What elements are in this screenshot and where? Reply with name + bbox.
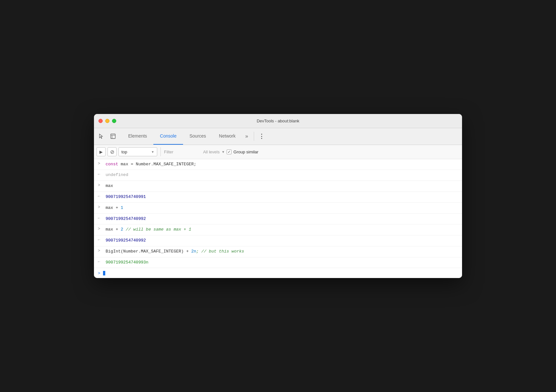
- row-content-9: 9007199254740993n: [106, 259, 458, 266]
- console-output: >const max = Number.MAX_SAFE_INTEGER;←un…: [94, 159, 462, 268]
- console-row-5: ←9007199254740992: [94, 214, 462, 225]
- window-title: DevTools - about:blank: [257, 119, 299, 123]
- input-arrow[interactable]: >: [98, 205, 104, 210]
- console-row-8: >BigInt(Number.MAX_SAFE_INTEGER) + 2n; /…: [94, 246, 462, 257]
- tab-network[interactable]: Network: [212, 128, 242, 145]
- row-content-2: max: [106, 183, 458, 190]
- console-row-7: ←9007199254740992: [94, 235, 462, 246]
- run-script-button[interactable]: ▶: [97, 147, 106, 156]
- row-content-6: max + 2 // will be same as max + 1: [106, 226, 458, 233]
- tab-bar-icons: [97, 131, 118, 141]
- group-similar-checkbox[interactable]: ✓: [227, 150, 232, 154]
- output-arrow[interactable]: ←: [98, 216, 104, 221]
- tab-bar: Elements Console Sources Network » ⋮: [94, 128, 462, 145]
- row-content-1: undefined: [106, 172, 458, 179]
- inspect-icon: [110, 133, 116, 139]
- tab-more-button[interactable]: »: [242, 128, 251, 145]
- row-content-5: 9007199254740992: [106, 216, 458, 222]
- output-arrow[interactable]: ←: [98, 194, 104, 199]
- cursor-icon: [98, 133, 104, 139]
- console-prompt-row[interactable]: >: [94, 268, 462, 278]
- levels-label: All levels: [203, 150, 220, 154]
- row-content-4: max + 1: [106, 205, 458, 211]
- console-row-3: ←9007199254740991: [94, 192, 462, 203]
- row-content-8: BigInt(Number.MAX_SAFE_INTEGER) + 2n; //…: [106, 248, 458, 255]
- levels-dropdown-arrow: ▼: [221, 150, 225, 154]
- input-arrow[interactable]: >: [98, 183, 104, 188]
- input-arrow[interactable]: >: [98, 161, 104, 166]
- console-toolbar: ▶ ⊘ top ▼ Filter All levels ▼ ✓ Group si…: [94, 145, 462, 159]
- toolbar-separator: [160, 147, 161, 156]
- output-arrow[interactable]: ←: [98, 259, 104, 264]
- console-row-0: >const max = Number.MAX_SAFE_INTEGER;: [94, 159, 462, 170]
- input-arrow[interactable]: >: [98, 226, 104, 231]
- context-select-arrow: ▼: [151, 150, 154, 154]
- svg-rect-0: [111, 134, 115, 139]
- minimize-button[interactable]: [105, 119, 109, 123]
- close-button[interactable]: [98, 119, 103, 123]
- maximize-button[interactable]: [112, 119, 116, 123]
- tab-list: Elements Console Sources Network »: [122, 128, 251, 145]
- prompt-cursor: [103, 271, 105, 275]
- console-row-4: >max + 1: [94, 203, 462, 214]
- console-row-6: >max + 2 // will be same as max + 1: [94, 224, 462, 235]
- devtools-window: DevTools - about:blank: [94, 114, 462, 278]
- devtools-menu-button[interactable]: ⋮: [257, 131, 266, 141]
- group-similar-label: Group similar: [233, 150, 258, 154]
- traffic-lights: [98, 119, 116, 123]
- input-arrow[interactable]: >: [98, 248, 104, 253]
- context-select[interactable]: top ▼: [118, 147, 157, 156]
- clear-console-button[interactable]: ⊘: [108, 147, 117, 156]
- console-row-1: ←undefined: [94, 170, 462, 181]
- tab-console[interactable]: Console: [153, 128, 183, 145]
- console-row-9: ←9007199254740993n: [94, 257, 462, 268]
- tab-elements[interactable]: Elements: [122, 128, 153, 145]
- prompt-arrow: >: [98, 271, 100, 275]
- row-content-3: 9007199254740991: [106, 194, 458, 201]
- filter-label: Filter: [164, 150, 173, 154]
- tab-sources[interactable]: Sources: [183, 128, 212, 145]
- titlebar: DevTools - about:blank: [94, 114, 462, 128]
- row-content-7: 9007199254740992: [106, 237, 458, 244]
- output-arrow[interactable]: ←: [98, 172, 104, 177]
- console-row-2: >max: [94, 181, 462, 192]
- inspect-icon-button[interactable]: [108, 131, 118, 141]
- filter-input[interactable]: [175, 150, 201, 154]
- devtools-panel: Elements Console Sources Network » ⋮: [94, 128, 462, 278]
- tab-separator: [254, 132, 254, 141]
- cursor-icon-button[interactable]: [97, 131, 106, 141]
- row-content-0: const max = Number.MAX_SAFE_INTEGER;: [106, 161, 458, 168]
- output-arrow[interactable]: ←: [98, 237, 104, 242]
